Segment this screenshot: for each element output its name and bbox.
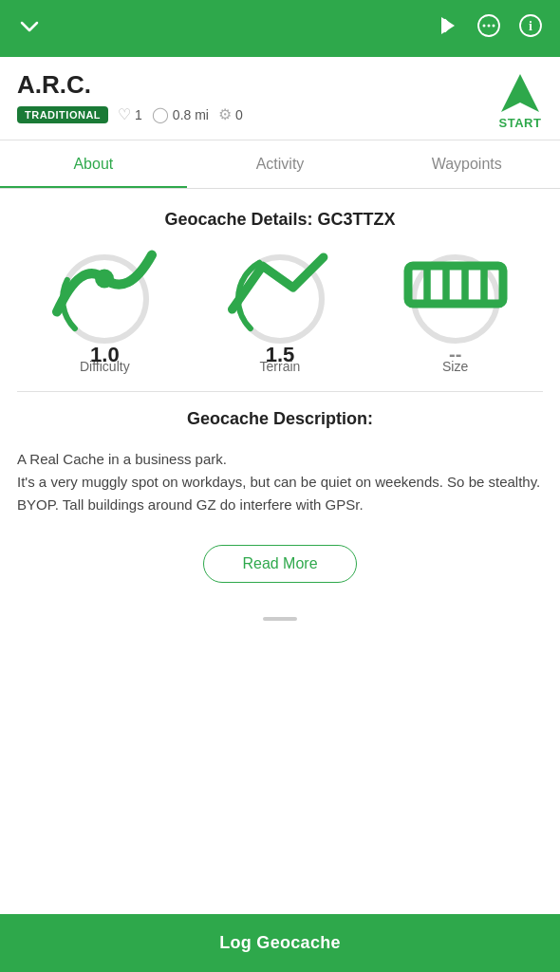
more-icon[interactable] xyxy=(476,13,501,44)
svg-point-3 xyxy=(493,25,495,28)
size-icon xyxy=(403,233,508,342)
distance-value: 0.8 mi xyxy=(173,107,209,122)
difficulty-gauge: 1.0 Difficulty xyxy=(52,247,157,374)
read-more-button[interactable]: Read More xyxy=(203,545,356,583)
section-divider xyxy=(17,391,543,392)
bug-icon: ⚙ xyxy=(218,105,232,123)
navigate-icon[interactable] xyxy=(437,14,459,43)
svg-point-1 xyxy=(483,25,486,28)
main-content: Geocache Details: GC3TTZX xyxy=(0,189,560,914)
svg-rect-13 xyxy=(408,266,503,304)
tabs-bar: About Activity Waypoints xyxy=(0,140,560,189)
description-text: A Real Cache in a business park. It's a … xyxy=(17,448,543,516)
size-value: -- xyxy=(449,344,461,365)
start-label: START xyxy=(499,116,542,130)
bugs-meta: ⚙ 0 xyxy=(218,105,243,123)
terrain-value: 1.5 xyxy=(266,343,295,367)
chevron-down-icon[interactable] xyxy=(17,13,42,44)
top-bar-right: i xyxy=(437,13,543,44)
terrain-circle: 1.5 xyxy=(228,247,332,351)
size-gauge: -- Size xyxy=(403,247,508,374)
favorites-count: 1 xyxy=(135,107,142,122)
heart-icon: ♡ xyxy=(118,105,131,123)
terrain-gauge: 1.5 Terrain xyxy=(228,247,332,374)
svg-point-9 xyxy=(95,270,114,289)
tab-waypoints[interactable]: Waypoints xyxy=(373,140,560,188)
size-circle: -- xyxy=(403,247,508,351)
header-left: A.R.C. TRADITIONAL ♡ 1 ◯ 0.8 mi ⚙ 0 xyxy=(17,70,243,123)
svg-text:i: i xyxy=(529,19,532,33)
terrain-icon xyxy=(228,232,332,341)
scroll-dot xyxy=(263,617,297,621)
location-icon: ◯ xyxy=(152,105,169,123)
tab-about[interactable]: About xyxy=(0,140,187,188)
log-geocache-button[interactable]: Log Geocache xyxy=(0,914,560,972)
start-arrow-icon xyxy=(497,70,543,116)
scroll-indicator xyxy=(17,611,543,625)
top-bar-left xyxy=(17,13,42,44)
svg-point-2 xyxy=(488,25,491,28)
difficulty-value: 1.0 xyxy=(90,343,120,367)
bugs-count: 0 xyxy=(235,107,243,122)
difficulty-icon xyxy=(52,232,157,341)
cache-title: A.R.C. xyxy=(17,70,243,100)
header-meta: TRADITIONAL ♡ 1 ◯ 0.8 mi ⚙ 0 xyxy=(17,105,243,123)
tab-activity[interactable]: Activity xyxy=(187,140,374,188)
geocache-details-title: Geocache Details: GC3TTZX xyxy=(17,210,543,230)
gauges-row: 1.0 Difficulty 1.5 xyxy=(17,247,543,374)
top-bar: i xyxy=(0,0,560,57)
favorites-meta: ♡ 1 xyxy=(118,105,142,123)
cache-header: A.R.C. TRADITIONAL ♡ 1 ◯ 0.8 mi ⚙ 0 STAR… xyxy=(0,57,560,140)
cache-type-badge: TRADITIONAL xyxy=(17,106,108,123)
difficulty-circle: 1.0 xyxy=(52,247,157,351)
description-title: Geocache Description: xyxy=(17,409,543,429)
info-icon[interactable]: i xyxy=(518,13,543,44)
read-more-container: Read More xyxy=(17,545,543,583)
distance-meta: ◯ 0.8 mi xyxy=(152,105,209,123)
svg-marker-6 xyxy=(501,74,539,112)
start-button[interactable]: START xyxy=(497,70,543,130)
